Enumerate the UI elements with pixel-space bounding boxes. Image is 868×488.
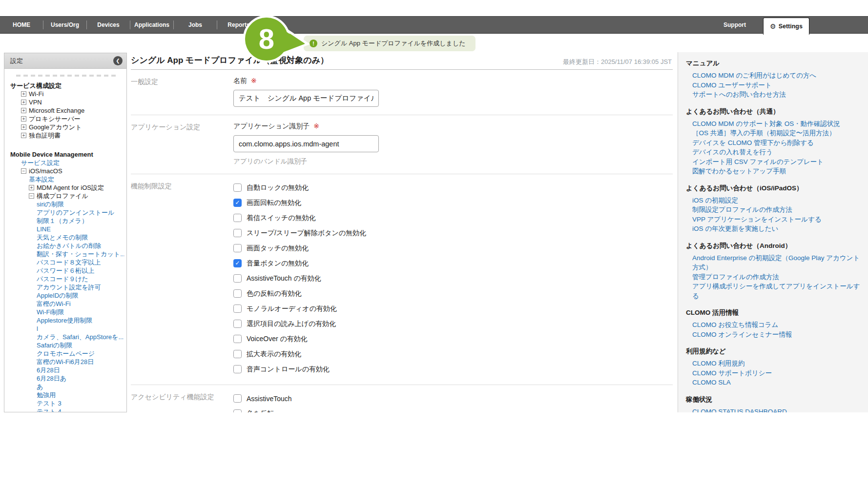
- tree-item[interactable]: 6月28日: [9, 366, 124, 374]
- help-link[interactable]: CLOMO サポートポリシー: [686, 368, 860, 378]
- help-link[interactable]: デバイスの入れ替えを行う: [686, 147, 860, 157]
- tree-item[interactable]: Safariの制限: [9, 341, 124, 349]
- help-link[interactable]: CLOMO STATUS DASHBOARD: [686, 407, 860, 413]
- tree-item[interactable]: Wi-Fi制限: [9, 308, 124, 316]
- help-link[interactable]: Android Enterprise の初期設定（Google Play アカウ…: [686, 253, 860, 272]
- tree-item[interactable]: siriの制限: [9, 200, 124, 208]
- tree-item[interactable]: カメラ、Safari、AppStoreを...: [9, 333, 124, 341]
- help-link[interactable]: CLOMO 利用規約: [686, 359, 860, 368]
- section-general: 一般設定 名前※: [131, 70, 673, 115]
- tree-item[interactable]: パスコード８文字以上: [9, 258, 124, 266]
- help-link[interactable]: CLOMO ユーザーサポート: [686, 81, 860, 90]
- tree-item[interactable]: お絵かきバトルの削除: [9, 242, 124, 250]
- tree-item[interactable]: +MDM Agent for iOS設定: [9, 183, 124, 192]
- tree-item[interactable]: 翻訳・探す・ショートカット...: [9, 250, 124, 258]
- help-link[interactable]: CLOMO MDM のご利用がはじめての方へ: [686, 71, 860, 81]
- tree-item[interactable]: AppleIDの制限: [9, 291, 124, 300]
- help-link[interactable]: iOS の年次更新を実施したい: [686, 224, 860, 234]
- tree-item[interactable]: テスト 3: [9, 399, 124, 407]
- tree-item[interactable]: 制限１（カメラ）: [9, 217, 124, 225]
- tree-item[interactable]: +独自証明書: [9, 131, 124, 140]
- tree-item[interactable]: LINE: [9, 225, 124, 233]
- checkbox-row[interactable]: 選択項目の読み上げの有効化: [233, 316, 673, 331]
- checkbox-row[interactable]: 画面タッチの無効化: [233, 241, 673, 256]
- tree-item[interactable]: あ: [9, 383, 124, 391]
- tree-item[interactable]: クロモホームページ: [9, 349, 124, 358]
- expand-icon[interactable]: +: [21, 116, 26, 122]
- help-link[interactable]: サポートへのお問い合わせ方法: [686, 90, 860, 100]
- expand-icon[interactable]: +: [21, 100, 26, 105]
- help-link[interactable]: インポート用 CSV ファイルのテンプレート: [686, 157, 860, 167]
- expand-icon[interactable]: +: [29, 185, 34, 190]
- tree-item-label: カメラ、Safari、AppStoreを...: [37, 333, 124, 341]
- checkbox-row[interactable]: VoiceOver の有効化: [233, 331, 673, 346]
- tree-item[interactable]: +Microsoft Exchange: [9, 106, 124, 115]
- collapse-icon[interactable]: −: [29, 193, 34, 199]
- tree-item[interactable]: パスワード６桁以上: [9, 266, 124, 275]
- tree-item[interactable]: パスコード９けた: [9, 275, 124, 283]
- profile-name-input[interactable]: [233, 90, 379, 107]
- tab-settings[interactable]: ⚙ Settings: [763, 18, 809, 35]
- help-link[interactable]: iOS の初期設定: [686, 196, 860, 205]
- nav-item-devices[interactable]: Devices: [87, 21, 130, 28]
- checkbox-row[interactable]: ✓画面回転の無効化: [233, 195, 673, 210]
- help-link[interactable]: 管理プロファイルの作成方法: [686, 272, 860, 282]
- tree-item[interactable]: 富樫のWi-Fi6月28日: [9, 358, 124, 366]
- tree-item[interactable]: アカウント設定を許可: [9, 283, 124, 291]
- tree-item[interactable]: 天気とメモの制限: [9, 233, 124, 242]
- tree-item[interactable]: 基本設定: [9, 175, 124, 183]
- checkbox-row[interactable]: モノラルオーディオの有効化: [233, 301, 673, 316]
- checkbox-row[interactable]: 着信スイッチの無効化: [233, 210, 673, 225]
- tree-item[interactable]: +プロキシサーバー: [9, 115, 124, 123]
- tree-item[interactable]: アプリのアンインストール: [9, 208, 124, 217]
- nav-item-support[interactable]: Support: [723, 17, 746, 33]
- expand-icon[interactable]: +: [21, 133, 26, 138]
- nav-item-jobs[interactable]: Jobs: [174, 21, 217, 28]
- help-link[interactable]: 図解でわかるセットアップ手順: [686, 166, 860, 176]
- expand-icon[interactable]: +: [21, 124, 26, 130]
- tree-item[interactable]: +VPN: [9, 98, 124, 106]
- tree-item[interactable]: +Googleアカウント: [9, 123, 124, 131]
- tree-item[interactable]: −構成プロファイル: [9, 192, 124, 200]
- checkbox-row[interactable]: 色の反転の有効化: [233, 286, 673, 301]
- help-link[interactable]: ［OS 共通］導入の手順（初期設定〜活用方法）: [686, 128, 860, 138]
- help-link[interactable]: CLOMO SLA: [686, 378, 860, 387]
- collapse-sidebar-button[interactable]: ❮: [113, 56, 123, 65]
- tree-item[interactable]: サービス設定: [9, 159, 124, 167]
- nav-item-applications[interactable]: Applications: [130, 21, 173, 28]
- help-link[interactable]: CLOMO お役立ち情報コラム: [686, 320, 860, 330]
- tree-item[interactable]: +Wi-Fi: [9, 90, 124, 98]
- checkbox-row[interactable]: AssistiveTouch の有効化: [233, 271, 673, 286]
- tree-item[interactable]: 富樫のWi-Fi: [9, 300, 124, 308]
- tree-item[interactable]: −iOS/macOS: [9, 167, 124, 175]
- expand-icon[interactable]: +: [21, 108, 26, 113]
- help-link[interactable]: アプリ構成ポリシーを作成してアプリをインストールする: [686, 282, 860, 301]
- help-link[interactable]: デバイスを CLOMO 管理下から削除する: [686, 138, 860, 148]
- checkbox-row[interactable]: 自動ロックの無効化: [233, 180, 673, 195]
- checkbox-row[interactable]: AssistiveTouch: [233, 391, 673, 406]
- checkbox-row[interactable]: 拡大表示の有効化: [233, 346, 673, 362]
- application-identifier-input[interactable]: [233, 135, 379, 152]
- tree-item[interactable]: 6月28日あ: [9, 374, 124, 383]
- settings-tab-label: Settings: [779, 23, 803, 30]
- expand-icon[interactable]: +: [21, 91, 26, 97]
- help-link[interactable]: VPP アプリケーションをインストールする: [686, 215, 860, 224]
- checkbox-row[interactable]: ✓音量ボタンの無効化: [233, 256, 673, 271]
- tree-item[interactable]: 勉強用: [9, 391, 124, 399]
- nav-item-users-org[interactable]: Users/Org: [43, 21, 86, 28]
- checkbox-label: 画面タッチの無効化: [247, 244, 309, 253]
- help-link[interactable]: CLOMO オンラインセミナー情報: [686, 330, 860, 340]
- checkbox-row[interactable]: 音声コントロールの有効化: [233, 362, 673, 377]
- nav-item-reports[interactable]: Reports: [217, 21, 260, 28]
- checkbox-row[interactable]: 色を反転: [233, 406, 673, 412]
- checkbox-unchecked: [233, 320, 242, 328]
- help-link[interactable]: 制限設定プロファイルの作成方法: [686, 205, 860, 215]
- collapse-icon[interactable]: −: [21, 168, 26, 174]
- help-link[interactable]: CLOMO MDM のサポート対象 OS・動作確認状況: [686, 119, 860, 129]
- nav-item-home[interactable]: HOME: [0, 21, 43, 28]
- tree-item[interactable]: l: [9, 325, 124, 333]
- app-id-help-text: アプリのバンドル識別子: [233, 157, 673, 166]
- checkbox-row[interactable]: スリープ/スリープ解除ボタンの無効化: [233, 225, 673, 241]
- tree-item[interactable]: テスト 4: [9, 407, 124, 412]
- tree-item[interactable]: Applestore使用制限: [9, 316, 124, 325]
